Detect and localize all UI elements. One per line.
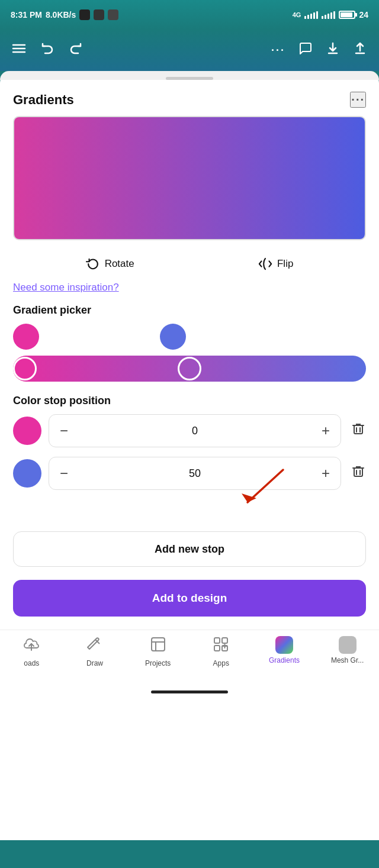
color-dot-pink[interactable] bbox=[13, 324, 39, 350]
share-icon[interactable] bbox=[353, 41, 367, 59]
stop-circle-blue[interactable] bbox=[13, 459, 41, 488]
color-dot-blue[interactable] bbox=[160, 324, 186, 350]
redo-icon[interactable] bbox=[69, 41, 83, 59]
stop1-plus-button[interactable]: + bbox=[319, 422, 332, 439]
stop1-value: 0 bbox=[70, 425, 319, 437]
stop2-minus-button[interactable]: − bbox=[57, 465, 70, 482]
home-bar bbox=[151, 690, 228, 693]
indicator-icon1 bbox=[79, 9, 90, 20]
flip-label: Flip bbox=[277, 258, 293, 270]
apps-label: Apps bbox=[213, 659, 229, 667]
uploads-label: oads bbox=[24, 659, 39, 667]
stop1-delete-icon[interactable] bbox=[351, 421, 366, 440]
network-label: 4G bbox=[293, 11, 301, 18]
download-icon[interactable] bbox=[326, 41, 340, 59]
svg-marker-10 bbox=[242, 493, 256, 502]
bottom-nav: oads Draw Projects bbox=[0, 630, 379, 686]
stop-circle-pink[interactable] bbox=[13, 417, 41, 445]
gradient-preview bbox=[14, 117, 365, 239]
slider-thumb-right[interactable] bbox=[178, 357, 201, 380]
nav-item-gradients[interactable]: Gradients bbox=[266, 636, 302, 664]
svg-rect-16 bbox=[214, 638, 220, 643]
flip-icon bbox=[258, 257, 272, 271]
inspiration-link: Need some inspiration? bbox=[0, 282, 379, 304]
rotate-button[interactable]: Rotate bbox=[86, 257, 134, 271]
menu-icon[interactable] bbox=[12, 41, 26, 59]
svg-rect-3 bbox=[354, 425, 362, 434]
inspiration-anchor[interactable]: Need some inspiration? bbox=[13, 282, 119, 293]
gradients-icon bbox=[275, 636, 293, 654]
battery-level: 24 bbox=[359, 10, 368, 20]
draw-label: Draw bbox=[86, 659, 103, 667]
svg-rect-6 bbox=[354, 468, 362, 476]
mesh-label: Mesh Gr... bbox=[331, 656, 364, 664]
stop-input-box-1: − 0 + bbox=[49, 414, 341, 447]
svg-rect-18 bbox=[214, 646, 220, 651]
indicator-icon2 bbox=[94, 9, 104, 20]
arrow-svg bbox=[212, 464, 330, 511]
status-bar: 8:31 PM 8.0KB/s 4G 24 bbox=[0, 0, 379, 30]
more-options-icon[interactable]: ··· bbox=[271, 44, 285, 57]
slider-thumb-left[interactable] bbox=[13, 357, 37, 380]
rotate-icon bbox=[86, 257, 100, 271]
flip-button[interactable]: Flip bbox=[258, 257, 293, 271]
status-right: 4G 24 bbox=[293, 10, 368, 20]
svg-rect-17 bbox=[222, 638, 227, 643]
nav-item-uploads[interactable]: oads bbox=[14, 636, 49, 667]
battery-fill bbox=[341, 12, 352, 17]
svg-rect-13 bbox=[152, 638, 165, 651]
add-to-design-button[interactable]: Add to design bbox=[13, 580, 366, 617]
panel-title: Gradients bbox=[13, 92, 74, 108]
gradient-slider[interactable] bbox=[13, 356, 366, 382]
projects-label: Projects bbox=[145, 659, 171, 667]
mesh-icon bbox=[339, 636, 356, 654]
color-stop-position-label: Color stop position bbox=[0, 395, 379, 414]
gradient-track bbox=[13, 356, 366, 382]
undo-icon[interactable] bbox=[40, 41, 54, 59]
comment-icon[interactable] bbox=[298, 41, 313, 59]
indicator-icon3 bbox=[108, 9, 118, 20]
stop1-minus-button[interactable]: − bbox=[57, 422, 70, 439]
uploads-icon bbox=[23, 636, 40, 657]
arrow-annotation bbox=[13, 499, 366, 529]
stop-row-1: − 0 + bbox=[13, 414, 366, 447]
toolbar-right: ··· bbox=[271, 41, 367, 59]
draw-icon bbox=[86, 636, 103, 657]
panel-header: Gradients ··· bbox=[0, 80, 379, 116]
gradient-preview-wrap bbox=[13, 116, 366, 240]
toolbar: ··· bbox=[0, 30, 379, 71]
time-display: 8:31 PM bbox=[11, 10, 42, 20]
apps-icon bbox=[213, 636, 229, 657]
action-row: Rotate Flip bbox=[0, 246, 379, 282]
projects-icon bbox=[150, 636, 166, 657]
speed-display: 8.0KB/s bbox=[46, 10, 76, 20]
rotate-label: Rotate bbox=[105, 258, 134, 270]
handle-bar bbox=[0, 71, 379, 80]
gradients-label: Gradients bbox=[269, 656, 300, 664]
color-stops-row bbox=[0, 324, 379, 356]
toolbar-left bbox=[12, 41, 83, 59]
battery-icon bbox=[339, 11, 355, 19]
panel: Gradients ··· Rotate Flip Need some insp… bbox=[0, 71, 379, 840]
drag-handle[interactable] bbox=[166, 77, 213, 80]
nav-item-draw[interactable]: Draw bbox=[77, 636, 113, 667]
nav-item-mesh[interactable]: Mesh Gr... bbox=[330, 636, 365, 664]
signal-bars2 bbox=[322, 11, 335, 19]
signal-bars bbox=[304, 11, 318, 19]
panel-more-button[interactable]: ··· bbox=[350, 92, 366, 108]
status-left: 8:31 PM 8.0KB/s bbox=[11, 9, 118, 20]
stop2-delete-icon[interactable] bbox=[351, 464, 366, 483]
nav-item-apps[interactable]: Apps bbox=[203, 636, 239, 667]
add-new-stop-button[interactable]: Add new stop bbox=[13, 531, 366, 567]
nav-item-projects[interactable]: Projects bbox=[140, 636, 176, 667]
home-indicator bbox=[0, 686, 379, 702]
gradient-picker-label: Gradient picker bbox=[0, 304, 379, 324]
